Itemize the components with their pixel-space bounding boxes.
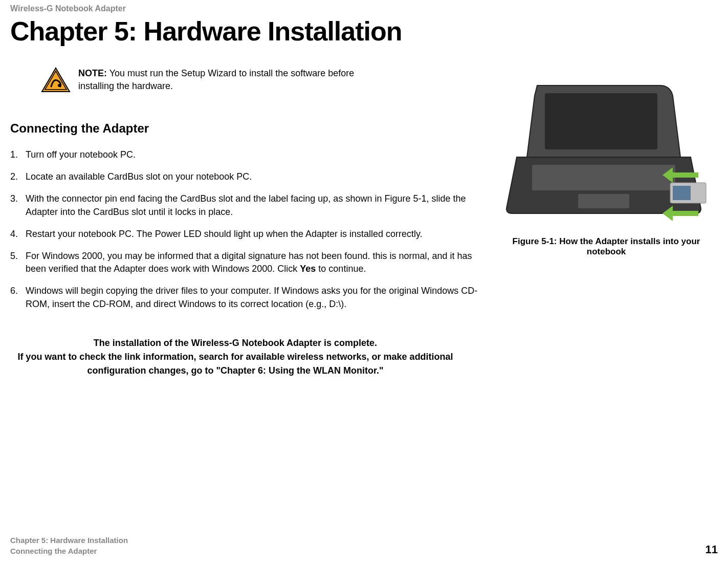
svg-rect-4 bbox=[532, 165, 675, 190]
footer-chapter: Chapter 5: Hardware Installation bbox=[10, 535, 128, 546]
step-item: With the connector pin end facing the Ca… bbox=[10, 192, 481, 218]
note-text: NOTE: You must run the Setup Wizard to i… bbox=[78, 67, 358, 93]
svg-rect-7 bbox=[673, 186, 691, 200]
svg-rect-5 bbox=[578, 194, 629, 208]
warning-icon bbox=[41, 67, 71, 96]
completion-line2: If you want to check the link informatio… bbox=[10, 350, 460, 378]
figure-image bbox=[496, 80, 711, 229]
steps-list: Turn off your notebook PC. Locate an ava… bbox=[10, 148, 481, 311]
completion-text: The installation of the Wireless-G Noteb… bbox=[10, 336, 460, 378]
completion-line1: The installation of the Wireless-G Noteb… bbox=[10, 336, 460, 350]
note-box: NOTE: You must run the Setup Wizard to i… bbox=[41, 67, 358, 96]
note-body: You must run the Setup Wizard to install… bbox=[78, 68, 354, 91]
page-footer: Chapter 5: Hardware Installation Connect… bbox=[10, 535, 718, 556]
note-label: NOTE: bbox=[78, 68, 107, 78]
svg-point-2 bbox=[58, 84, 61, 87]
figure-caption: Figure 5-1: How the Adapter installs int… bbox=[496, 236, 716, 257]
product-header: Wireless-G Notebook Adapter bbox=[10, 4, 718, 13]
chapter-title: Chapter 5: Hardware Installation bbox=[10, 16, 718, 47]
step-item: For Windows 2000, you may be informed th… bbox=[10, 250, 481, 275]
page-number: 11 bbox=[705, 543, 718, 556]
svg-rect-3 bbox=[545, 93, 657, 149]
step-item: Turn off your notebook PC. bbox=[10, 148, 481, 161]
section-title: Connecting the Adapter bbox=[10, 121, 481, 136]
step-item: Windows will begin copying the driver fi… bbox=[10, 285, 481, 310]
step-item: Restart your notebook PC. The Power LED … bbox=[10, 228, 481, 241]
step-item: Locate an available CardBus slot on your… bbox=[10, 170, 481, 183]
footer-section: Connecting the Adapter bbox=[10, 546, 128, 556]
